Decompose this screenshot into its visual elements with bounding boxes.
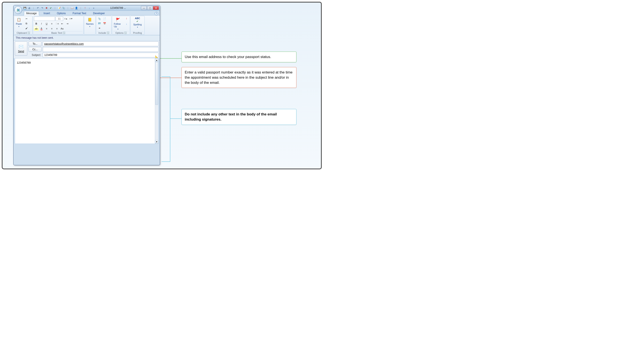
chevron-down-icon: ▾ (18, 26, 19, 28)
format-painter-icon[interactable]: 🖌 (24, 26, 29, 30)
font-size-select[interactable] (56, 17, 63, 21)
close-button[interactable]: ✕ (153, 6, 159, 10)
help-icon[interactable]: ? (155, 12, 158, 15)
font-color-icon[interactable]: A (39, 27, 44, 31)
attach-file-icon[interactable]: 📎 (97, 17, 102, 21)
group-proofing: ABC ✔ Spelling ▾ Proofing (130, 16, 144, 35)
cc-field[interactable] (43, 47, 158, 52)
align-right-icon[interactable]: ≡ (54, 27, 59, 31)
subject-field[interactable] (43, 53, 158, 57)
spelling-button[interactable]: ABC ✔ Spelling ▾ (132, 17, 142, 29)
qat-separator: | (79, 7, 82, 10)
italic-icon[interactable]: I (39, 22, 44, 26)
vertical-scrollbar[interactable]: ▲ ▼ (155, 59, 158, 144)
to-field[interactable] (43, 42, 158, 46)
spellcheck-icon[interactable]: ✔ (49, 7, 52, 10)
dialog-launcher-icon[interactable]: ↘ (28, 32, 30, 34)
dialog-launcher-icon[interactable]: ↘ (63, 32, 65, 34)
check-icon: ✔ (136, 20, 138, 23)
numbering-icon[interactable]: ⋮≡ (54, 22, 59, 26)
signature-icon[interactable]: ✒ (97, 26, 102, 30)
group-include: 📎 📄 🪪 📅 ✒ Include↘ (96, 16, 112, 35)
clipboard-icon: 📋 (16, 17, 22, 22)
ruler-toggle-icon[interactable]: 📐 (155, 55, 158, 59)
indent-icon[interactable]: ⇥ (65, 22, 70, 26)
to-button[interactable]: To... (28, 42, 42, 46)
tab-format-text[interactable]: Format Text (70, 11, 88, 15)
maximize-button[interactable]: ▢ (147, 6, 153, 10)
message-body[interactable]: 123456789 (15, 59, 155, 144)
qat-more-icon[interactable]: » (92, 7, 95, 10)
office-button[interactable]: ⌘ (14, 6, 22, 14)
bold-icon[interactable]: B (34, 22, 39, 26)
print-icon[interactable]: 🖨 (28, 7, 31, 10)
ribbon: 📋 Paste ▾ ✂ ⧉ 🖌 Clipboard↘ (14, 16, 160, 35)
copy-icon[interactable]: ⧉ (24, 21, 29, 26)
scroll-thumb[interactable] (155, 62, 158, 105)
undo-icon[interactable]: ↶ (36, 7, 39, 10)
window-titlebar: 💾 🖨 | ↶ ↷ ✖ ✔ | 📝 📎 | 📖 👤 | ! ↓ » 123456… (14, 5, 160, 11)
address-book-icon: 📒 (87, 17, 92, 22)
scroll-up-icon[interactable]: ▲ (155, 59, 158, 62)
book-icon[interactable]: 📖 (71, 7, 74, 10)
business-card-icon[interactable]: 🪪 (97, 21, 102, 26)
outdent-icon[interactable]: ⇤ (60, 22, 64, 26)
tab-developer[interactable]: Developer (91, 11, 107, 15)
permission-icon[interactable]: 👤 (75, 7, 78, 10)
callout-email-address: Use this email address to check your pas… (182, 52, 296, 62)
info-bar: This message has not been sent. (14, 35, 160, 41)
scroll-track[interactable] (155, 62, 158, 140)
redo-icon[interactable]: ↷ (40, 7, 44, 10)
delete-icon[interactable]: ✖ (45, 7, 48, 10)
office-logo-icon: ⌘ (16, 8, 20, 12)
group-label-options: Options (115, 32, 124, 34)
new-message-icon[interactable]: 📝 (58, 7, 61, 10)
low-importance-icon[interactable]: ↓ (124, 22, 129, 26)
dialog-launcher-icon[interactable]: ↘ (124, 32, 126, 34)
highlight-icon[interactable]: ab (34, 27, 39, 31)
underline-icon[interactable]: U (44, 22, 49, 26)
low-importance-icon[interactable]: ↓ (88, 7, 91, 10)
subject-label: Subject: (28, 54, 42, 57)
grow-font-icon[interactable]: A▲ (64, 17, 68, 21)
attach-icon[interactable]: 📎 (62, 7, 65, 10)
dialog-launcher-icon[interactable]: ↘ (107, 32, 109, 34)
callout-passport-number: Enter a valid passport number exactly as… (182, 67, 296, 88)
group-basic-text: A▲ A▼ B I U ≡ ⋮≡ ⇤ ⇥ ab A (33, 16, 84, 35)
window-title: 123456789 ... (95, 7, 141, 10)
tab-message[interactable]: Message (24, 11, 39, 16)
outlook-compose-window: ⌘ 💾 🖨 | ↶ ↷ ✖ ✔ | 📝 📎 | 📖 👤 | ! ↓ » (13, 5, 160, 165)
bullets-icon[interactable]: ≡ (50, 22, 54, 26)
qat-separator: | (66, 7, 70, 10)
save-icon[interactable]: 💾 (24, 7, 26, 10)
names-button[interactable]: 📒 Names ▾ (85, 17, 94, 28)
align-left-icon[interactable]: ≡ (44, 27, 49, 31)
envelope-icon: ✉️ (19, 44, 24, 49)
clear-format-icon[interactable]: Aa (60, 27, 64, 31)
chevron-down-icon: ▾ (118, 28, 118, 30)
minimize-button[interactable]: — (141, 6, 147, 10)
message-header: ✉️ Send To... Cc... Subject: (14, 41, 160, 58)
high-importance-icon[interactable]: ! (124, 17, 129, 21)
flag-icon: 🚩 (115, 17, 120, 22)
tab-options[interactable]: Options (54, 11, 68, 15)
align-center-icon[interactable]: ≡ (50, 27, 54, 31)
calendar-icon[interactable]: 📅 (102, 21, 107, 26)
cut-icon[interactable]: ✂ (24, 17, 29, 21)
shrink-font-icon[interactable]: A▼ (69, 17, 74, 21)
scroll-down-icon[interactable]: ▼ (155, 140, 158, 144)
high-importance-icon[interactable]: ! (84, 7, 86, 10)
paste-button[interactable]: 📋 Paste ▾ (15, 17, 23, 28)
attach-item-icon[interactable]: 📄 (102, 17, 107, 21)
follow-up-button[interactable]: 🚩 Follow Up ▾ (113, 17, 123, 31)
callout-no-other-text: Do not include any other text in the bod… (182, 109, 296, 125)
cc-button[interactable]: Cc... (28, 47, 42, 52)
group-label-proofing: Proofing (133, 32, 142, 34)
font-family-select[interactable] (34, 17, 55, 21)
qat-separator: | (54, 7, 56, 10)
tab-insert[interactable]: Insert (41, 11, 52, 15)
group-label-basic-text: Basic Text (51, 32, 62, 34)
ribbon-tabs: Message Insert Options Format Text Devel… (14, 11, 160, 16)
message-body-container: 📐 123456789 ▲ ▼ (15, 58, 158, 144)
send-button[interactable]: ✉️ Send (15, 42, 27, 56)
